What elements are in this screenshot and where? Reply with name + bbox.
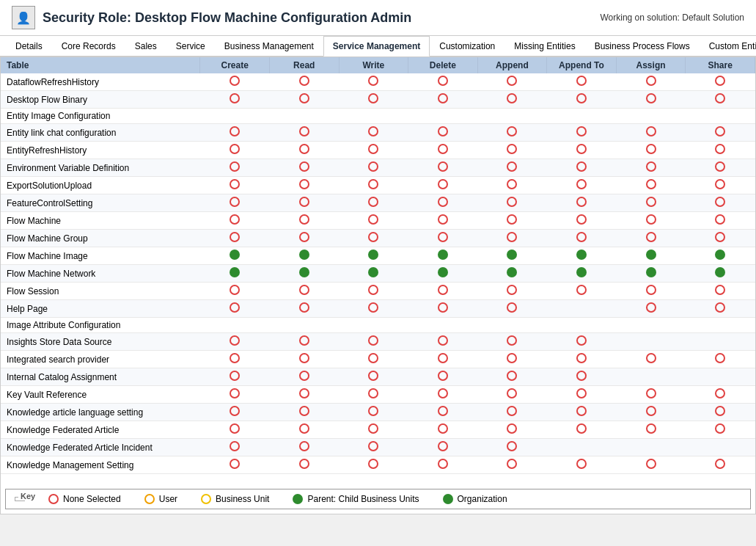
cell-appendTo[interactable] xyxy=(547,265,617,283)
cell-assign[interactable] xyxy=(616,124,686,142)
cell-delete[interactable] xyxy=(408,142,478,159)
tab-missing-entities[interactable]: Missing Entities xyxy=(504,36,584,56)
circle-none-icon[interactable] xyxy=(576,388,587,398)
circle-none-icon[interactable] xyxy=(230,302,240,313)
cell-create[interactable] xyxy=(200,159,270,177)
circle-none-icon[interactable] xyxy=(299,93,309,103)
circle-none-icon[interactable] xyxy=(299,423,309,434)
circle-none-icon[interactable] xyxy=(438,371,448,381)
circle-none-icon[interactable] xyxy=(507,285,517,295)
circle-none-icon[interactable] xyxy=(299,406,309,416)
circle-none-icon[interactable] xyxy=(368,232,378,242)
circle-none-icon[interactable] xyxy=(576,179,587,189)
cell-appendTo[interactable] xyxy=(547,142,617,159)
cell-write[interactable] xyxy=(339,142,408,159)
cell-read[interactable] xyxy=(269,73,339,91)
cell-append[interactable] xyxy=(477,351,547,368)
circle-none-icon[interactable] xyxy=(438,197,448,207)
tab-sales[interactable]: Sales xyxy=(125,36,166,56)
circle-none-icon[interactable] xyxy=(230,441,240,451)
circle-org-icon[interactable] xyxy=(368,250,378,260)
circle-bu-icon[interactable] xyxy=(201,494,211,504)
circle-none-icon[interactable] xyxy=(230,371,240,381)
circle-none-icon[interactable] xyxy=(715,144,725,154)
cell-appendTo[interactable] xyxy=(547,230,617,247)
circle-none-icon[interactable] xyxy=(230,285,240,295)
cell-append[interactable] xyxy=(477,194,547,212)
cell-write[interactable] xyxy=(339,439,408,456)
cell-read[interactable] xyxy=(269,124,339,142)
circle-none-icon[interactable] xyxy=(646,285,656,295)
cell-appendTo[interactable] xyxy=(547,368,617,386)
cell-write[interactable] xyxy=(339,300,408,318)
cell-share[interactable] xyxy=(686,91,755,109)
circle-none-icon[interactable] xyxy=(646,126,656,136)
circle-none-icon[interactable] xyxy=(646,161,656,172)
cell-share[interactable] xyxy=(686,265,755,283)
circle-none-icon[interactable] xyxy=(576,93,587,103)
circle-none-icon[interactable] xyxy=(299,353,309,363)
circle-none-icon[interactable] xyxy=(715,406,725,416)
cell-write[interactable] xyxy=(339,230,408,247)
cell-delete[interactable] xyxy=(408,124,478,142)
cell-create[interactable] xyxy=(200,300,270,318)
circle-none-icon[interactable] xyxy=(230,459,240,469)
circle-none-icon[interactable] xyxy=(438,459,448,469)
cell-appendTo[interactable] xyxy=(547,456,617,474)
circle-none-icon[interactable] xyxy=(368,76,378,86)
circle-none-icon[interactable] xyxy=(507,335,517,346)
circle-org-icon[interactable] xyxy=(507,250,517,260)
circle-none-icon[interactable] xyxy=(576,144,587,154)
circle-none-icon[interactable] xyxy=(507,232,517,242)
circle-none-icon[interactable] xyxy=(48,494,59,504)
cell-write[interactable] xyxy=(339,212,408,230)
circle-pcbu-icon[interactable] xyxy=(293,494,303,504)
cell-share[interactable] xyxy=(686,456,755,474)
circle-none-icon[interactable] xyxy=(438,76,448,86)
circle-none-icon[interactable] xyxy=(646,459,656,469)
cell-read[interactable] xyxy=(269,177,339,194)
tab-service[interactable]: Service xyxy=(166,36,215,56)
circle-none-icon[interactable] xyxy=(576,335,587,346)
cell-read[interactable] xyxy=(269,159,339,177)
circle-none-icon[interactable] xyxy=(507,371,517,381)
circle-org-icon[interactable] xyxy=(368,267,378,277)
cell-delete[interactable] xyxy=(408,351,478,368)
circle-none-icon[interactable] xyxy=(368,285,378,295)
cell-delete[interactable] xyxy=(408,73,478,91)
circle-none-icon[interactable] xyxy=(576,285,587,295)
circle-none-icon[interactable] xyxy=(576,459,587,469)
circle-none-icon[interactable] xyxy=(230,335,240,346)
cell-append[interactable] xyxy=(477,124,547,142)
cell-assign[interactable] xyxy=(616,142,686,159)
circle-none-icon[interactable] xyxy=(646,144,656,154)
circle-none-icon[interactable] xyxy=(299,214,309,225)
cell-read[interactable] xyxy=(269,247,339,265)
circle-none-icon[interactable] xyxy=(438,161,448,172)
circle-none-icon[interactable] xyxy=(368,441,378,451)
cell-read[interactable] xyxy=(269,230,339,247)
cell-read[interactable] xyxy=(269,194,339,212)
circle-none-icon[interactable] xyxy=(438,93,448,103)
circle-none-icon[interactable] xyxy=(368,93,378,103)
circle-none-icon[interactable] xyxy=(368,144,378,154)
circle-org-icon[interactable] xyxy=(576,250,587,260)
circle-none-icon[interactable] xyxy=(507,353,517,363)
circle-none-icon[interactable] xyxy=(368,459,378,469)
circle-none-icon[interactable] xyxy=(230,232,240,242)
circle-org-icon[interactable] xyxy=(576,267,587,277)
cell-appendTo[interactable] xyxy=(547,159,617,177)
cell-assign[interactable] xyxy=(616,230,686,247)
cell-appendTo[interactable] xyxy=(547,386,617,404)
cell-delete[interactable] xyxy=(408,333,478,351)
circle-none-icon[interactable] xyxy=(646,406,656,416)
circle-none-icon[interactable] xyxy=(576,232,587,242)
cell-delete[interactable] xyxy=(408,194,478,212)
tab-custom-entities[interactable]: Custom Entities xyxy=(700,36,756,56)
cell-create[interactable] xyxy=(200,368,270,386)
circle-none-icon[interactable] xyxy=(230,214,240,225)
cell-write[interactable] xyxy=(339,265,408,283)
cell-create[interactable] xyxy=(200,386,270,404)
circle-none-icon[interactable] xyxy=(299,232,309,242)
circle-none-icon[interactable] xyxy=(715,232,725,242)
